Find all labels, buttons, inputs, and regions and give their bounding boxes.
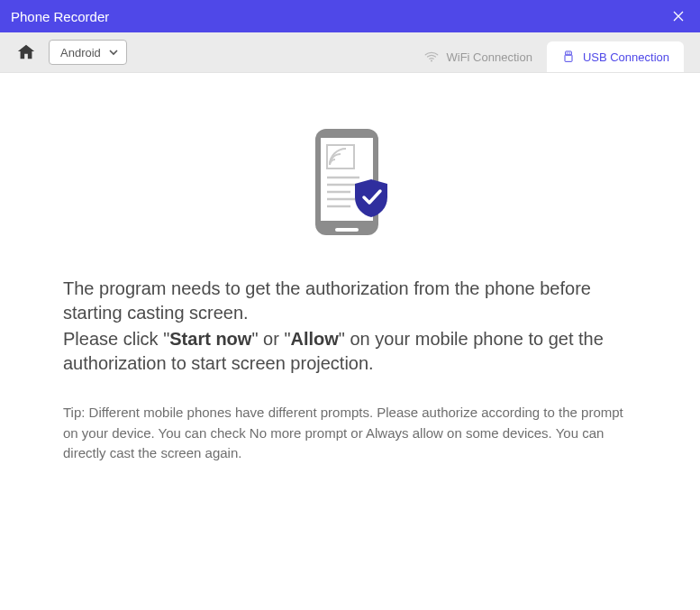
- wifi-icon: [423, 49, 440, 65]
- toolbar: Android WiFi Connection USB Connection: [0, 32, 700, 73]
- instruction-line-2: Please click "Start now" or "Allow" on y…: [63, 327, 637, 376]
- tab-usb[interactable]: USB Connection: [547, 41, 684, 72]
- svg-rect-7: [335, 228, 359, 232]
- platform-dropdown-label: Android: [60, 46, 101, 59]
- svg-point-0: [430, 59, 432, 61]
- tip-text: Tip: Different mobile phones have differ…: [63, 403, 637, 464]
- close-button[interactable]: [668, 5, 689, 27]
- svg-rect-4: [569, 52, 570, 53]
- svg-rect-2: [565, 55, 572, 61]
- home-button[interactable]: [16, 42, 36, 62]
- tab-wifi[interactable]: WiFi Connection: [409, 41, 547, 72]
- close-icon: [671, 9, 686, 23]
- platform-dropdown[interactable]: Android: [49, 40, 127, 65]
- titlebar: Phone Recorder: [0, 0, 700, 32]
- tab-usb-label: USB Connection: [583, 50, 669, 64]
- usb-icon: [561, 50, 576, 64]
- instruction-text: The program needs to get the authorizati…: [63, 277, 637, 478]
- tab-wifi-label: WiFi Connection: [447, 50, 532, 64]
- svg-rect-1: [566, 51, 572, 55]
- home-icon: [16, 42, 36, 62]
- main-content: The program needs to get the authorizati…: [0, 73, 700, 478]
- authorization-illustration: [310, 127, 391, 248]
- phone-shield-icon: [310, 127, 391, 244]
- window-title: Phone Recorder: [11, 9, 109, 24]
- chevron-down-icon: [108, 47, 119, 58]
- connection-tabs: WiFi Connection USB Connection: [409, 41, 685, 72]
- svg-rect-3: [567, 52, 568, 53]
- instruction-line-1: The program needs to get the authorizati…: [63, 277, 637, 325]
